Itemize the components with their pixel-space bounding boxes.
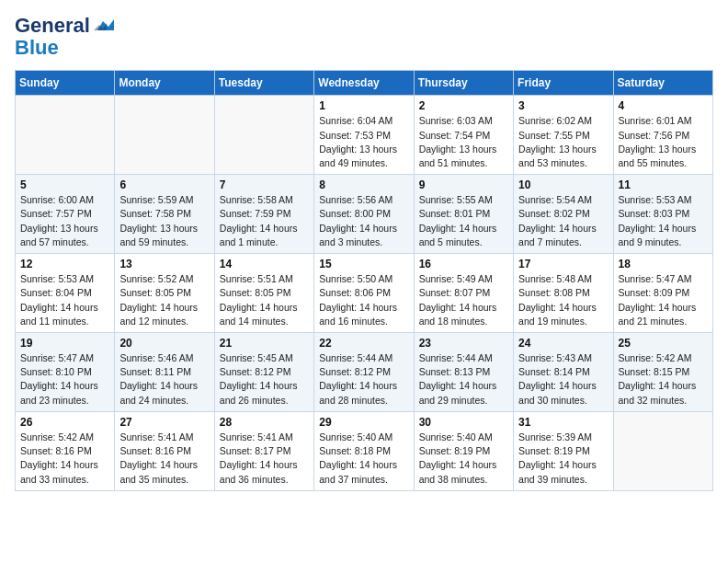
logo-blue: Blue [15,37,59,59]
day-number: 14 [220,258,309,270]
calendar-cell: 31Sunrise: 5:39 AM Sunset: 8:19 PM Dayli… [514,411,613,490]
calendar-cell: 19Sunrise: 5:47 AM Sunset: 8:10 PM Dayli… [16,333,115,412]
day-number: 2 [419,99,508,112]
calendar-week-2: 5Sunrise: 6:00 AM Sunset: 7:57 PM Daylig… [16,175,713,254]
day-info: Sunrise: 5:45 AM Sunset: 8:12 PM Dayligh… [220,351,309,408]
calendar-cell: 13Sunrise: 5:52 AM Sunset: 8:05 PM Dayli… [115,254,214,333]
logo-general: General [15,15,90,37]
day-header-wednesday: Wednesday [314,71,414,96]
day-info: Sunrise: 5:39 AM Sunset: 8:19 PM Dayligh… [518,431,608,487]
day-number: 8 [319,178,408,191]
day-header-tuesday: Tuesday [214,71,313,96]
calendar-cell: 2Sunrise: 6:03 AM Sunset: 7:54 PM Daylig… [414,96,513,175]
day-info: Sunrise: 5:47 AM Sunset: 8:10 PM Dayligh… [20,351,109,408]
calendar-table: SundayMondayTuesdayWednesdayThursdayFrid… [15,70,713,490]
calendar-cell: 14Sunrise: 5:51 AM Sunset: 8:05 PM Dayli… [214,254,313,333]
day-info: Sunrise: 6:02 AM Sunset: 7:55 PM Dayligh… [518,114,608,170]
day-header-saturday: Saturday [613,71,712,96]
day-header-sunday: Sunday [16,71,115,96]
day-info: Sunrise: 5:50 AM Sunset: 8:06 PM Dayligh… [319,272,408,328]
day-number: 5 [20,178,109,191]
calendar-cell [214,96,313,175]
calendar-cell [115,96,214,175]
day-info: Sunrise: 5:42 AM Sunset: 8:15 PM Dayligh… [619,351,708,408]
day-number: 10 [518,178,608,191]
calendar-cell [613,411,712,490]
day-number: 19 [20,337,109,350]
calendar-cell: 4Sunrise: 6:01 AM Sunset: 7:56 PM Daylig… [613,96,712,175]
day-number: 23 [419,337,508,350]
day-number: 16 [419,258,508,270]
calendar-cell: 29Sunrise: 5:40 AM Sunset: 8:18 PM Dayli… [314,411,414,490]
day-info: Sunrise: 5:41 AM Sunset: 8:17 PM Dayligh… [220,431,309,487]
calendar-cell: 28Sunrise: 5:41 AM Sunset: 8:17 PM Dayli… [214,411,313,490]
calendar-cell: 22Sunrise: 5:44 AM Sunset: 8:12 PM Dayli… [314,333,414,412]
calendar-week-5: 26Sunrise: 5:42 AM Sunset: 8:16 PM Dayli… [16,411,713,490]
calendar-cell: 9Sunrise: 5:55 AM Sunset: 8:01 PM Daylig… [414,175,513,254]
day-info: Sunrise: 5:56 AM Sunset: 8:00 PM Dayligh… [319,193,408,249]
calendar-cell: 16Sunrise: 5:49 AM Sunset: 8:07 PM Dayli… [414,254,513,333]
calendar-cell: 17Sunrise: 5:48 AM Sunset: 8:08 PM Dayli… [514,254,613,333]
page-header: General Blue [15,15,713,59]
day-number: 29 [319,416,408,429]
day-number: 1 [319,99,408,112]
day-number: 21 [220,337,309,350]
day-info: Sunrise: 5:53 AM Sunset: 8:03 PM Dayligh… [619,193,708,249]
day-number: 3 [518,99,608,112]
day-info: Sunrise: 5:51 AM Sunset: 8:05 PM Dayligh… [220,272,309,328]
calendar-cell: 30Sunrise: 5:40 AM Sunset: 8:19 PM Dayli… [414,411,513,490]
day-number: 6 [119,178,209,191]
calendar-cell: 7Sunrise: 5:58 AM Sunset: 7:59 PM Daylig… [214,175,313,254]
day-info: Sunrise: 5:54 AM Sunset: 8:02 PM Dayligh… [518,193,608,249]
calendar-cell: 11Sunrise: 5:53 AM Sunset: 8:03 PM Dayli… [613,175,712,254]
day-number: 15 [319,258,408,270]
day-info: Sunrise: 6:00 AM Sunset: 7:57 PM Dayligh… [20,193,109,249]
calendar-cell: 21Sunrise: 5:45 AM Sunset: 8:12 PM Dayli… [214,333,313,412]
calendar-week-4: 19Sunrise: 5:47 AM Sunset: 8:10 PM Dayli… [16,333,713,412]
logo-bird-icon [94,17,114,34]
day-number: 24 [518,337,608,350]
day-info: Sunrise: 5:59 AM Sunset: 7:58 PM Dayligh… [119,193,209,249]
calendar-cell: 6Sunrise: 5:59 AM Sunset: 7:58 PM Daylig… [115,175,214,254]
day-number: 28 [220,416,309,429]
day-number: 26 [20,416,109,429]
day-info: Sunrise: 5:44 AM Sunset: 8:13 PM Dayligh… [419,351,508,408]
calendar-cell: 20Sunrise: 5:46 AM Sunset: 8:11 PM Dayli… [115,333,214,412]
day-info: Sunrise: 6:01 AM Sunset: 7:56 PM Dayligh… [619,114,708,170]
day-info: Sunrise: 5:41 AM Sunset: 8:16 PM Dayligh… [119,431,209,487]
day-number: 9 [419,178,508,191]
day-info: Sunrise: 5:52 AM Sunset: 8:05 PM Dayligh… [119,272,209,328]
calendar-cell: 26Sunrise: 5:42 AM Sunset: 8:16 PM Dayli… [16,411,115,490]
calendar-cell: 10Sunrise: 5:54 AM Sunset: 8:02 PM Dayli… [514,175,613,254]
day-header-monday: Monday [115,71,214,96]
day-number: 18 [619,258,708,270]
calendar-cell: 1Sunrise: 6:04 AM Sunset: 7:53 PM Daylig… [314,96,414,175]
calendar-cell: 24Sunrise: 5:43 AM Sunset: 8:14 PM Dayli… [514,333,613,412]
day-number: 7 [220,178,309,191]
day-number: 17 [518,258,608,270]
calendar-cell: 8Sunrise: 5:56 AM Sunset: 8:00 PM Daylig… [314,175,414,254]
day-number: 27 [119,416,209,429]
logo: General Blue [15,15,114,59]
day-info: Sunrise: 5:42 AM Sunset: 8:16 PM Dayligh… [20,431,109,487]
day-info: Sunrise: 5:49 AM Sunset: 8:07 PM Dayligh… [419,272,508,328]
day-info: Sunrise: 5:47 AM Sunset: 8:09 PM Dayligh… [619,272,708,328]
day-number: 12 [20,258,109,270]
day-info: Sunrise: 5:40 AM Sunset: 8:19 PM Dayligh… [419,431,508,487]
calendar-cell: 18Sunrise: 5:47 AM Sunset: 8:09 PM Dayli… [613,254,712,333]
calendar-week-1: 1Sunrise: 6:04 AM Sunset: 7:53 PM Daylig… [16,96,713,175]
calendar-cell: 12Sunrise: 5:53 AM Sunset: 8:04 PM Dayli… [16,254,115,333]
day-number: 31 [518,416,608,429]
day-number: 22 [319,337,408,350]
day-info: Sunrise: 6:04 AM Sunset: 7:53 PM Dayligh… [319,114,408,170]
day-info: Sunrise: 6:03 AM Sunset: 7:54 PM Dayligh… [419,114,508,170]
calendar-cell: 27Sunrise: 5:41 AM Sunset: 8:16 PM Dayli… [115,411,214,490]
day-number: 20 [119,337,209,350]
day-number: 30 [419,416,508,429]
calendar-cell: 5Sunrise: 6:00 AM Sunset: 7:57 PM Daylig… [16,175,115,254]
day-info: Sunrise: 5:44 AM Sunset: 8:12 PM Dayligh… [319,351,408,408]
day-info: Sunrise: 5:48 AM Sunset: 8:08 PM Dayligh… [518,272,608,328]
calendar-cell: 15Sunrise: 5:50 AM Sunset: 8:06 PM Dayli… [314,254,414,333]
day-info: Sunrise: 5:55 AM Sunset: 8:01 PM Dayligh… [419,193,508,249]
day-info: Sunrise: 5:46 AM Sunset: 8:11 PM Dayligh… [119,351,209,408]
